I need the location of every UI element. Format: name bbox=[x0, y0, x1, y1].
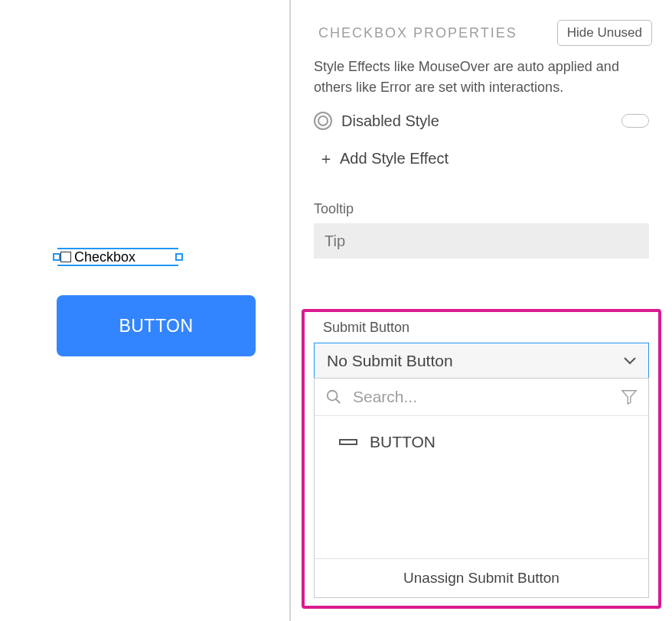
tooltip-label: Tooltip bbox=[314, 201, 649, 217]
selection-border-bottom bbox=[57, 265, 178, 266]
svg-line-1 bbox=[336, 399, 341, 404]
tooltip-input[interactable] bbox=[314, 223, 649, 258]
panel-title: CHECKBOX PROPERTIES bbox=[318, 25, 517, 41]
button-widget-label: BUTTON bbox=[119, 316, 193, 337]
chevron-down-icon bbox=[624, 357, 636, 365]
tooltip-section: Tooltip bbox=[291, 192, 672, 258]
checkbox-box-icon bbox=[60, 252, 71, 262]
resize-handle-right[interactable] bbox=[175, 253, 183, 261]
disabled-style-toggle[interactable] bbox=[621, 114, 649, 128]
button-widget[interactable]: BUTTON bbox=[57, 295, 256, 356]
plus-icon: ＋ bbox=[318, 148, 334, 169]
resize-handle-left[interactable] bbox=[53, 253, 60, 261]
disabled-style-row: Disabled Style bbox=[291, 98, 672, 135]
dropdown-list: BUTTON bbox=[315, 416, 648, 558]
submit-button-dropdown: BUTTON Unassign Submit Button bbox=[314, 378, 649, 598]
submit-button-section: Submit Button No Submit Button BUTTON Un… bbox=[302, 309, 661, 609]
add-style-effect-button[interactable]: ＋ Add Style Effect bbox=[291, 135, 672, 192]
submit-button-selected-value: No Submit Button bbox=[327, 352, 453, 370]
target-icon bbox=[314, 112, 332, 130]
dropdown-search-input[interactable] bbox=[353, 388, 610, 406]
dropdown-item-label: BUTTON bbox=[370, 433, 435, 451]
submit-button-select[interactable]: No Submit Button bbox=[314, 343, 649, 379]
panel-header: CHECKBOX PROPERTIES Hide Unused bbox=[291, 0, 672, 57]
disabled-style-label: Disabled Style bbox=[341, 112, 439, 130]
search-icon bbox=[325, 389, 342, 405]
properties-panel: CHECKBOX PROPERTIES Hide Unused Style Ef… bbox=[289, 0, 672, 621]
filter-icon[interactable] bbox=[621, 389, 638, 405]
checkbox-widget[interactable]: Checkbox bbox=[57, 247, 179, 267]
selection-border-top bbox=[57, 248, 178, 249]
dropdown-item-button[interactable]: BUTTON bbox=[325, 428, 638, 456]
hide-unused-button[interactable]: Hide Unused bbox=[557, 20, 652, 46]
canvas-area: Checkbox BUTTON bbox=[0, 0, 289, 621]
checkbox-label: Checkbox bbox=[74, 249, 135, 265]
button-widget-type-icon bbox=[339, 439, 357, 445]
submit-button-label: Submit Button bbox=[323, 320, 409, 336]
panel-description: Style Effects like MouseOver are auto ap… bbox=[291, 57, 672, 98]
dropdown-search-row bbox=[315, 379, 648, 416]
unassign-submit-button[interactable]: Unassign Submit Button bbox=[315, 558, 648, 597]
add-style-effect-label: Add Style Effect bbox=[340, 150, 449, 167]
svg-point-0 bbox=[328, 391, 338, 401]
